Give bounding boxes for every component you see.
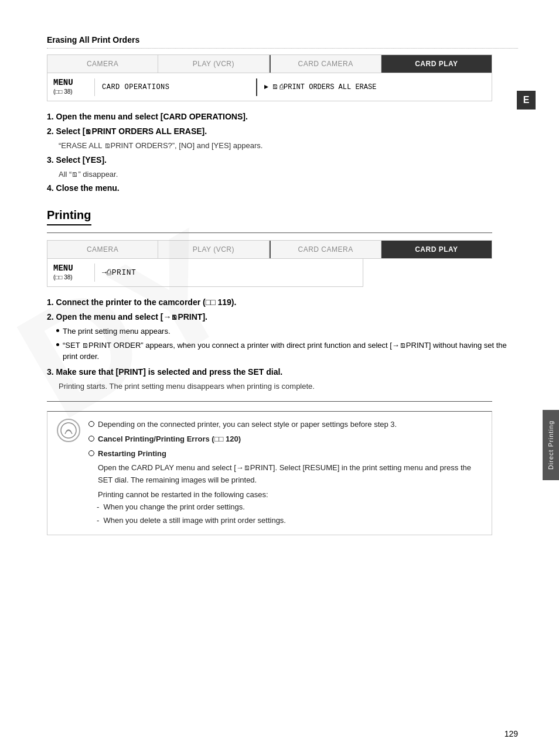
print-step-2-bullet-1: The print setting menu appears. (56, 326, 518, 337)
erasing-title: Erasing All Print Orders (47, 35, 518, 45)
menu-label-2: MENU (□□ 38) (47, 259, 94, 286)
print-step-3: 3. Make sure that [PRINT] is selected an… (47, 366, 518, 378)
printing-steps: 1. Connect the printer to the camcorder … (47, 296, 518, 392)
tab-card-play-1[interactable]: CARD PLAY (381, 55, 492, 73)
side-label: Direct Printing (543, 410, 559, 480)
erasing-menu-row: MENU (□□ 38) CARD OPERATIONS ► 🖻 ⎙PRINT … (47, 73, 492, 101)
dotted-divider (47, 48, 518, 49)
menu-item-print: →⎙PRINT (94, 264, 363, 282)
dash-item-1: - When you change the print order settin… (97, 501, 482, 514)
printing-title: Printing (47, 208, 91, 225)
restarting-text: Open the CARD PLAY menu and select [→🖻PR… (98, 462, 482, 487)
print-step-3-sub: Printing starts. The print setting menu … (59, 381, 518, 392)
step-4: 4. Close the menu. (47, 182, 518, 194)
dash-item-2: - When you delete a still image with pri… (97, 515, 482, 527)
erasing-tab-bar: CAMERA PLAY (VCR) CARD CAMERA CARD PLAY (47, 54, 492, 73)
note-cancel: Cancel Printing/Printing Errors (□□ 120) (88, 433, 482, 446)
note-icon (57, 419, 80, 442)
menu-label-1: MENU (□□ 38) (47, 73, 94, 101)
note-main-text: Depending on the connected printer, you … (88, 419, 482, 431)
tab-play-vcr-2[interactable]: PLAY (VCR) (158, 241, 269, 258)
printing-bottom-divider (47, 401, 492, 402)
cannot-restart-text: Printing cannot be restarted in the foll… (98, 489, 482, 501)
step-3: 3. Select [YES]. (47, 154, 518, 166)
side-label-container: Direct Printing (543, 410, 559, 480)
page: DY E Erasing All Print Orders CAMERA PLA… (0, 0, 559, 756)
menu-item-card-ops: CARD OPERATIONS (94, 78, 256, 96)
printing-menu-row: MENU (□□ 38) →⎙PRINT (47, 259, 363, 287)
menu-item-print-erase: ► 🖻 ⎙PRINT ORDERS ALL ERASE (256, 78, 492, 96)
tab-play-vcr-1[interactable]: PLAY (VCR) (158, 55, 269, 73)
tab-camera-2[interactable]: CAMERA (47, 241, 158, 258)
tab-card-camera-1[interactable]: CARD CAMERA (270, 55, 381, 73)
step-1: 1. Open the menu and select [CARD OPERAT… (47, 111, 518, 123)
erasing-steps: 1. Open the menu and select [CARD OPERAT… (47, 111, 518, 194)
printing-tab-bar: CAMERA PLAY (VCR) CARD CAMERA CARD PLAY (47, 240, 492, 259)
print-step-2: 2. Open the menu and select [→🖻PRINT]. (47, 311, 518, 323)
note-box: Depending on the connected printer, you … (47, 411, 492, 535)
e-label: E (517, 91, 536, 110)
note-content: Depending on the connected printer, you … (88, 419, 482, 528)
step-2-sub: “ERASE ALL 🖻PRINT ORDERS?”, [NO] and [YE… (59, 140, 518, 152)
page-number: 129 (505, 729, 518, 738)
step-2: 2. Select [🖻PRINT ORDERS ALL ERASE]. (47, 125, 518, 138)
printing-top-divider (47, 232, 492, 233)
tab-card-camera-2[interactable]: CARD CAMERA (270, 241, 381, 258)
print-step-1: 1. Connect the printer to the camcorder … (47, 296, 518, 309)
tab-camera-1[interactable]: CAMERA (47, 55, 158, 73)
print-step-2-bullet-2: “SET 🖻PRINT ORDER” appears, when you con… (56, 340, 518, 362)
printing-section: Printing CAMERA PLAY (VCR) CARD CAMERA C… (47, 208, 518, 535)
tab-card-play-2[interactable]: CARD PLAY (381, 241, 492, 258)
step-3-sub: All “🖻” disappear. (59, 169, 518, 180)
erasing-section: Erasing All Print Orders CAMERA PLAY (VC… (47, 35, 518, 194)
note-restart: Restarting Printing (88, 448, 482, 460)
